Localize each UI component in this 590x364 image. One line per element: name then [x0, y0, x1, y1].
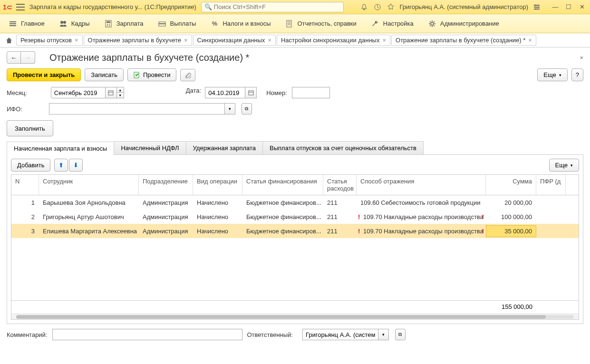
tab-sync-settings[interactable]: Настройки синхронизации данных × — [277, 35, 390, 46]
itab-ndfl[interactable]: Начисленный НДФЛ — [114, 141, 186, 154]
cell-pfr[interactable] — [536, 215, 566, 219]
save-button[interactable]: Записать — [85, 68, 124, 81]
cell-employee[interactable]: Григорьянц Артур Ашотович — [39, 211, 139, 222]
close-icon[interactable]: × — [184, 37, 188, 44]
number-input[interactable] — [292, 87, 330, 98]
star-icon[interactable] — [386, 2, 396, 12]
th-department[interactable]: Подразделение — [139, 175, 193, 195]
post-and-close-button[interactable]: Провести и закрыть — [7, 68, 81, 81]
responsible-input[interactable] — [302, 329, 378, 340]
comment-input[interactable] — [52, 329, 242, 340]
calendar-icon[interactable] — [106, 87, 117, 98]
tab-otrazhenie-create[interactable]: Отражение зарплаты в бухучете (создание)… — [391, 35, 536, 46]
cell-financing[interactable]: Бюджетное финансиров... — [242, 197, 323, 208]
cell-reflection[interactable]: !109.70 Накладные расходы производства! — [357, 226, 486, 237]
help-button[interactable]: ? — [571, 68, 583, 81]
table-row[interactable]: 3 Епишева Маргарита Алексеевна Администр… — [11, 224, 579, 238]
bell-icon[interactable] — [359, 2, 369, 12]
cell-operation[interactable]: Начислено — [193, 226, 242, 237]
th-n[interactable]: N — [11, 175, 39, 195]
tab-rezervy[interactable]: Резервы отпусков × — [16, 35, 83, 46]
nav-nastroika[interactable]: Настройка — [365, 17, 419, 31]
close-icon[interactable]: × — [528, 37, 532, 44]
nav-nalogi[interactable]: % Налоги и взносы — [204, 17, 276, 31]
itab-uderzhannaya[interactable]: Удержанная зарплата — [186, 141, 263, 154]
cell-expense[interactable]: 211 — [323, 211, 357, 222]
cell-financing[interactable]: Бюджетное финансиров... — [242, 211, 323, 222]
table-row[interactable]: 2 Григорьянц Артур Ашотович Администраци… — [11, 210, 579, 224]
ifo-input[interactable] — [49, 103, 225, 115]
nav-back-button[interactable]: ← — [7, 51, 21, 64]
th-expense[interactable]: Статья расходов — [323, 175, 357, 195]
open-ref-button[interactable]: ⧉ — [242, 103, 252, 115]
close-icon[interactable]: × — [382, 37, 386, 44]
cell-n[interactable]: 3 — [11, 226, 39, 237]
history-icon[interactable] — [373, 2, 382, 12]
calendar-icon[interactable] — [245, 87, 257, 98]
move-down-button[interactable]: ⬇ — [69, 159, 83, 172]
settings-icon[interactable] — [532, 2, 542, 12]
cell-employee[interactable]: Епишева Маргарита Алексеевна — [39, 226, 139, 237]
close-icon[interactable]: × — [268, 37, 271, 44]
user-name[interactable]: Григорьянц А.А. (системный администратор… — [399, 3, 528, 10]
th-reflection[interactable]: Способ отражения — [357, 175, 486, 195]
search-input[interactable] — [214, 3, 340, 10]
th-sum[interactable]: Сумма — [486, 175, 536, 195]
cell-department[interactable]: Администрация — [139, 197, 193, 208]
cell-operation[interactable]: Начислено — [193, 197, 242, 208]
doc-close-button[interactable]: × — [580, 54, 583, 61]
home-tab[interactable] — [3, 35, 15, 46]
cell-sum[interactable]: 35 000,00 — [486, 225, 536, 237]
horizontal-scrollbar[interactable] — [11, 314, 579, 319]
cell-department[interactable]: Администрация — [139, 226, 193, 237]
th-financing[interactable]: Статья финансирования — [242, 175, 323, 195]
cell-department[interactable]: Администрация — [139, 211, 193, 222]
maximize-button[interactable]: ☐ — [563, 2, 574, 12]
fill-button[interactable]: Заполнить — [7, 120, 53, 136]
nav-forward-button[interactable]: → — [21, 51, 35, 64]
th-operation[interactable]: Вид операции — [193, 175, 242, 195]
more-button[interactable]: Еще ▾ — [537, 68, 567, 81]
nav-kadry[interactable]: Кадры — [53, 17, 96, 31]
cell-n[interactable]: 1 — [11, 197, 39, 208]
date-input[interactable] — [205, 87, 245, 98]
cell-operation[interactable]: Начислено — [193, 211, 242, 222]
nav-admin[interactable]: Администрирование — [422, 17, 505, 31]
month-input[interactable] — [51, 87, 106, 98]
cell-expense[interactable]: 211 — [323, 226, 357, 237]
cell-financing[interactable]: Бюджетное финансиров... — [242, 226, 323, 237]
cell-reflection[interactable]: 109.60 Себестоимость готовой продукции — [357, 197, 486, 208]
itab-nachislennaya[interactable]: Начисленная зарплата и взносы — [7, 142, 114, 155]
chevron-down-icon[interactable]: ▾ — [378, 329, 389, 340]
open-ref-button[interactable]: ⧉ — [395, 329, 406, 340]
cell-sum[interactable]: 20 000,00 — [486, 197, 536, 208]
minimize-button[interactable]: — — [550, 2, 561, 12]
table-row[interactable]: 1 Барышева Зоя Арнольдовна Администрация… — [11, 195, 579, 210]
itab-vyplata[interactable]: Выплата отпусков за счет оценочных обяза… — [262, 141, 424, 154]
th-employee[interactable]: Сотрудник — [39, 175, 139, 195]
nav-vyplaty[interactable]: Выплаты — [152, 17, 202, 31]
nav-otchetnost[interactable]: Отчетность, справки — [280, 17, 362, 31]
tab-otrazhenie-1[interactable]: Отражение зарплаты в бухучете × — [84, 35, 192, 46]
menu-burger-icon[interactable] — [16, 4, 25, 10]
post-button[interactable]: Провести — [127, 68, 177, 81]
tab-sync[interactable]: Синхронизация данных × — [193, 35, 276, 46]
nav-glavnoe[interactable]: Главное — [3, 17, 50, 31]
table-more-button[interactable]: Еще ▾ — [549, 159, 579, 172]
spin-up[interactable]: ▲ — [117, 87, 124, 93]
chevron-down-icon[interactable]: ▾ — [225, 103, 235, 115]
cell-sum[interactable]: 100 000,00 — [486, 211, 536, 222]
cell-pfr[interactable] — [536, 229, 566, 233]
nav-zarplata[interactable]: Зарплата — [98, 17, 149, 31]
move-up-button[interactable]: ⬆ — [54, 159, 68, 172]
cell-n[interactable]: 2 — [11, 211, 39, 222]
cell-pfr[interactable] — [536, 201, 566, 204]
add-row-button[interactable]: Добавить — [11, 159, 50, 172]
spin-down[interactable]: ▼ — [117, 93, 124, 98]
cell-expense[interactable]: 211 — [323, 197, 357, 208]
cell-employee[interactable]: Барышева Зоя Арнольдовна — [39, 197, 139, 208]
close-icon[interactable]: × — [75, 37, 78, 44]
cell-reflection[interactable]: !109.70 Накладные расходы производства! — [357, 211, 486, 222]
close-window-button[interactable]: ✕ — [577, 2, 587, 12]
attach-button[interactable] — [180, 69, 195, 81]
